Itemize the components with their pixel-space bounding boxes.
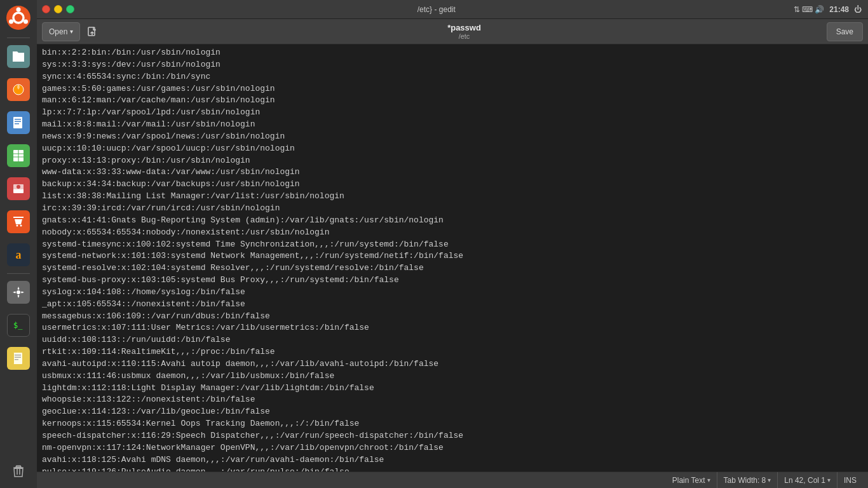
save-button[interactable]: Save (827, 22, 863, 41)
system-clock: 21:48 (829, 5, 849, 14)
statusbar: Plain Text ▾ Tab Width: 8 ▾ Ln 42, Col 1… (37, 471, 868, 488)
toolbar: Open ▾ *passwd /etc Save (37, 19, 868, 44)
sidebar-item-writer[interactable] (3, 107, 34, 138)
position-label: Ln 42, Col 1 (784, 476, 825, 485)
sidebar-item-impress[interactable] (3, 173, 34, 204)
svg-point-18 (20, 225, 22, 227)
open-chevron-icon: ▾ (70, 28, 73, 35)
tray-icons: ⇅ ⌨ 🔊 (794, 5, 825, 14)
sidebar-item-settings[interactable] (3, 277, 34, 308)
main-content: /etc} - gedit ⇅ ⌨ 🔊 21:48 ⏻ Open ▾ *pass… (37, 0, 868, 488)
sidebar-item-terminal[interactable]: $_ (3, 310, 34, 341)
ubuntu-logo[interactable] (3, 3, 34, 33)
editor-content[interactable]: bin:x:2:2:bin:/bin:/usr/sbin/nologin sys… (42, 47, 863, 471)
language-selector[interactable]: Plain Text ▾ (666, 472, 717, 488)
position-chevron-icon: ▾ (827, 477, 831, 484)
close-button[interactable] (42, 5, 50, 13)
svg-rect-25 (15, 359, 18, 360)
editor-area[interactable]: bin:x:2:2:bin:/bin:/usr/sbin/nologin sys… (37, 44, 868, 471)
svg-point-17 (17, 225, 18, 227)
svg-point-3 (24, 20, 28, 24)
svg-rect-7 (15, 119, 21, 120)
svg-rect-22 (13, 353, 22, 364)
toolbar-center: *passwd /etc (104, 23, 824, 40)
svg-point-16 (17, 185, 20, 189)
svg-rect-23 (15, 355, 21, 356)
svg-point-2 (17, 8, 21, 12)
sidebar-divider-2 (7, 273, 30, 274)
toolbar-filename: *passwd (447, 23, 481, 32)
language-chevron-icon: ▾ (707, 477, 710, 484)
open-label: Open (49, 27, 67, 36)
sidebar-divider-1 (7, 37, 30, 38)
svg-rect-27 (14, 468, 23, 469)
sidebar-item-appstore[interactable] (3, 207, 34, 237)
svg-rect-6 (13, 117, 22, 128)
sidebar-item-amazon[interactable]: a (3, 240, 34, 270)
tab-width-chevron-icon: ▾ (768, 477, 771, 484)
svg-rect-8 (15, 121, 21, 123)
new-document-button[interactable] (83, 22, 102, 41)
sidebar: a $_ (0, 0, 37, 488)
sidebar-item-notes[interactable] (3, 343, 34, 374)
cursor-position[interactable]: Ln 42, Col 1 ▾ (777, 472, 837, 488)
toolbar-path: /etc (459, 32, 470, 40)
svg-rect-24 (15, 357, 21, 358)
svg-rect-9 (15, 123, 19, 125)
maximize-button[interactable] (66, 5, 74, 13)
sidebar-item-calc[interactable] (3, 140, 34, 171)
window-title: /etc} - gedit (79, 5, 794, 14)
power-icon[interactable]: ⏻ (854, 5, 862, 14)
svg-point-4 (9, 20, 13, 24)
svg-rect-26 (11, 353, 14, 364)
svg-text:$_: $_ (13, 321, 23, 330)
window-title-text: /etc} - gedit (417, 5, 456, 14)
input-mode[interactable]: INS (837, 472, 863, 488)
tab-width-selector[interactable]: Tab Width: 8 ▾ (717, 472, 778, 488)
sidebar-item-trash[interactable] (3, 456, 34, 487)
language-label: Plain Text (672, 476, 705, 485)
titlebar: /etc} - gedit ⇅ ⌨ 🔊 21:48 ⏻ (37, 0, 868, 19)
sidebar-item-files[interactable] (3, 41, 34, 72)
mode-label: INS (844, 476, 857, 485)
minimize-button[interactable] (54, 5, 62, 13)
window-controls (37, 5, 79, 13)
svg-point-19 (17, 290, 20, 294)
tab-width-label: Tab Width: 8 (724, 476, 766, 485)
sidebar-item-firefox[interactable] (3, 74, 34, 105)
open-button[interactable]: Open ▾ (42, 22, 80, 41)
